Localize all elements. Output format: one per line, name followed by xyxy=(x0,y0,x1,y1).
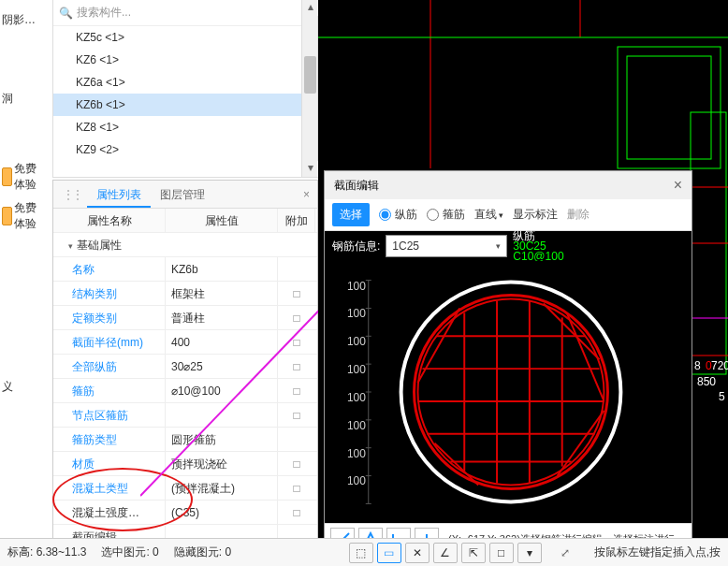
prop-extra[interactable]: □ xyxy=(278,379,315,403)
prop-extra[interactable]: □ xyxy=(278,355,315,379)
property-panel: ⋮⋮ 属性列表 图层管理 × 属性名称 属性值 附加 基础属性 名称KZ6b 结… xyxy=(52,180,318,550)
scrollbar[interactable]: ▴ ▾ xyxy=(301,0,317,177)
canvas-label: 8 xyxy=(694,359,701,372)
sel-value: 0 xyxy=(153,545,159,559)
prop-extra[interactable] xyxy=(278,257,315,282)
prop-key: 结构类别 xyxy=(53,282,166,306)
prop-value[interactable]: 400 xyxy=(166,330,278,355)
badge-icon xyxy=(2,207,12,225)
elev-label: 标高: xyxy=(7,545,33,559)
prop-extra[interactable]: □ xyxy=(278,330,315,355)
left-frag-3: 洞 xyxy=(0,79,45,118)
tree-item[interactable]: KZ6a <1> xyxy=(53,71,317,94)
scroll-thumb[interactable] xyxy=(304,56,316,94)
sel-label: 选中图元: xyxy=(101,545,149,559)
left-frag-4 xyxy=(0,118,45,157)
prop-extra[interactable] xyxy=(278,428,315,452)
scroll-up-icon[interactable]: ▴ xyxy=(302,0,318,16)
svg-text:100: 100 xyxy=(347,363,366,376)
left-frag-5[interactable]: 免费体验 xyxy=(0,157,45,196)
hid-value: 0 xyxy=(225,545,231,559)
chevron-down-icon: ▾ xyxy=(496,241,501,251)
badge-icon xyxy=(2,167,12,186)
tab-properties[interactable]: 属性列表 xyxy=(87,181,151,208)
tree-item[interactable]: KZ5c <1> xyxy=(53,26,317,49)
prop-value[interactable]: 预拌现浇砼 xyxy=(166,452,278,476)
rebar-combo[interactable]: 1C25 ▾ xyxy=(386,235,507,257)
col-value: 属性值 xyxy=(166,209,278,233)
radio-input[interactable] xyxy=(427,209,439,221)
tab-layers[interactable]: 图层管理 xyxy=(151,181,214,208)
prop-value[interactable]: ⌀10@100 xyxy=(166,379,278,403)
close-icon[interactable]: × xyxy=(674,171,682,199)
col-extra: 附加 xyxy=(278,209,315,233)
hid-label: 隐藏图元: xyxy=(174,545,222,559)
prop-extra[interactable]: □ xyxy=(278,452,315,476)
prop-key: 混凝土强度… xyxy=(53,501,166,525)
toolbar-icon-7[interactable]: ▾ xyxy=(517,543,542,563)
prop-value[interactable]: (C35) xyxy=(166,501,278,525)
svg-text:5: 5 xyxy=(719,390,725,403)
svg-text:100: 100 xyxy=(347,419,366,432)
close-icon[interactable]: × xyxy=(296,188,317,201)
hint-text: 按鼠标左键指定插入点,按 xyxy=(594,544,721,560)
grip-icon[interactable]: ⋮⋮ xyxy=(57,188,87,201)
elev-value: 6.38~11.3 xyxy=(36,545,87,559)
radio-longitudinal[interactable]: 纵筋 xyxy=(379,207,417,223)
tree-item[interactable]: KZ9 <2> xyxy=(53,138,317,161)
prop-key: 箍筋 xyxy=(53,379,166,403)
prop-value[interactable]: KZ6b xyxy=(166,257,278,282)
left-frag-6[interactable]: 免费体验 xyxy=(0,196,45,236)
svg-point-34 xyxy=(415,296,608,489)
search-placeholder: 搜索构件... xyxy=(77,5,131,21)
prop-extra[interactable]: □ xyxy=(278,476,315,501)
prop-extra[interactable]: □ xyxy=(278,282,315,306)
tool-delete[interactable]: 删除 xyxy=(567,207,590,223)
prop-value[interactable]: 圆形箍筋 xyxy=(166,428,278,452)
status-bar: 标高: 6.38~11.3 选中图元: 0 隐藏图元: 0 ⬚ ▭ ✕ ∠ ⇱ … xyxy=(0,538,728,566)
toolbar-icon-3[interactable]: ✕ xyxy=(405,543,430,563)
tool-line[interactable]: 直线▾ xyxy=(474,207,503,223)
toolbar-icon-1[interactable]: ⬚ xyxy=(349,543,373,563)
svg-text:100: 100 xyxy=(347,447,366,460)
svg-text:100: 100 xyxy=(347,307,366,320)
radio-input[interactable] xyxy=(379,209,391,221)
tree-item-selected[interactable]: KZ6b <1> xyxy=(53,94,317,116)
prop-group[interactable]: 基础属性 xyxy=(53,233,317,257)
svg-rect-5 xyxy=(627,56,711,159)
toolbar-icon-4[interactable]: ∠ xyxy=(433,543,458,563)
svg-text:100: 100 xyxy=(347,391,366,404)
col-name: 属性名称 xyxy=(53,209,166,233)
expand-icon[interactable]: ⤢ xyxy=(561,546,570,559)
svg-point-35 xyxy=(417,299,604,486)
radio-stirrup[interactable]: 箍筋 xyxy=(427,207,465,223)
search-input[interactable]: 🔍 搜索构件... xyxy=(53,0,317,26)
svg-line-49 xyxy=(558,411,604,476)
panel-title: 截面编辑 xyxy=(334,171,379,199)
prop-key: 混凝土类型 xyxy=(53,476,166,501)
select-button[interactable]: 选择 xyxy=(332,203,370,226)
toolbar-icon-5[interactable]: ⇱ xyxy=(461,543,486,563)
prop-value[interactable]: 普通柱 xyxy=(166,306,278,330)
prop-value[interactable]: 框架柱 xyxy=(166,282,278,306)
tree-item[interactable]: KZ6 <1> xyxy=(53,49,317,71)
prop-value[interactable] xyxy=(166,403,278,428)
prop-extra[interactable]: □ xyxy=(278,403,315,428)
svg-line-48 xyxy=(417,308,459,383)
chevron-down-icon: ▾ xyxy=(499,210,503,220)
component-tree: 🔍 搜索构件... KZ5c <1> KZ6 <1> KZ6a <1> KZ6b… xyxy=(52,0,318,178)
tool-show-annotation[interactable]: 显示标注 xyxy=(513,207,558,223)
section-drawing[interactable]: 100100100100 100100100100 xyxy=(325,261,692,523)
prop-extra[interactable]: □ xyxy=(278,501,315,525)
svg-text:100: 100 xyxy=(347,280,366,293)
scroll-down-icon[interactable]: ▾ xyxy=(302,161,318,177)
toolbar-icon-2[interactable]: ▭ xyxy=(377,543,401,563)
toolbar-icon-6[interactable]: □ xyxy=(489,543,514,563)
combo-value: 1C25 xyxy=(392,239,419,253)
tree-item[interactable]: KZ8 <1> xyxy=(53,116,317,138)
prop-value[interactable]: 30⌀25 xyxy=(166,355,278,379)
prop-extra[interactable]: □ xyxy=(278,306,315,330)
rebar-summary: 纵筋 30C25 C10@100 xyxy=(513,231,563,262)
prop-key: 名称 xyxy=(53,257,166,282)
prop-value[interactable]: (预拌混凝土) xyxy=(166,476,278,501)
